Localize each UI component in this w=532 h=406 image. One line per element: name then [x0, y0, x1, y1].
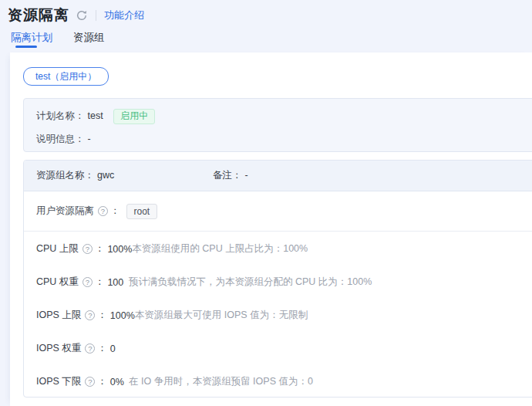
content-card: test（启用中） 计划名称：test 启用中 说明信息：- 资源组名称：gwc… [10, 52, 532, 406]
metric-label: IOPS 权重 [36, 342, 81, 355]
plan-name-row: 计划名称：test 启用中 [36, 108, 532, 123]
group-name-value: gwc [97, 170, 114, 181]
page-title: 资源隔离 [8, 5, 69, 25]
metric-value: 100% [107, 244, 132, 255]
user-isolation-row: 用户资源隔离 ? ： root [24, 191, 532, 232]
refresh-icon[interactable] [76, 9, 88, 22]
colon: ： [97, 375, 107, 388]
metric-label-group: IOPS 上限 ? ： 100% [36, 309, 135, 322]
metric-value: 100% [110, 310, 135, 321]
help-icon[interactable]: ? [98, 206, 108, 216]
metric-row-iops-floor: IOPS 下限 ? ： 0% 在 IO 争用时，本资源组预留 IOPS 值为：0 [24, 365, 532, 398]
metric-desc: 预计满负载情况下，为本资源组分配的 CPU 比为：100% [129, 276, 372, 289]
metric-row-cpu-weight: CPU 权重 ? ： 100 预计满负载情况下，为本资源组分配的 CPU 比为：… [24, 266, 532, 299]
colon: ： [95, 242, 105, 255]
tab-resource-group[interactable]: 资源组 [73, 31, 105, 49]
feature-intro-link[interactable]: 功能介绍 [104, 8, 144, 22]
metric-value: 0 [110, 343, 116, 354]
group-name-label: 资源组名称 [36, 170, 85, 181]
colon: ： [75, 110, 85, 121]
metric-value: 0% [110, 377, 124, 387]
group-header-row: 资源组名称：gwc 备注：- [24, 161, 532, 191]
active-tab-indicator [15, 46, 37, 48]
remark-label: 备注 [213, 170, 232, 181]
colon: ： [232, 170, 242, 181]
metric-label: IOPS 下限 [36, 375, 81, 388]
colon: ： [97, 342, 107, 355]
help-icon[interactable]: ? [85, 377, 95, 387]
metric-label-group: IOPS 权重 ? ： 0 [36, 342, 129, 355]
group-remark: 备注：- [213, 161, 248, 191]
plan-selector-button[interactable]: test（启用中） [23, 67, 109, 86]
plan-desc-row: 说明信息：- [36, 131, 532, 147]
metric-label: CPU 上限 [36, 242, 79, 255]
plan-info-panel: 计划名称：test 启用中 说明信息：- [23, 98, 532, 152]
colon: ： [75, 134, 85, 144]
remark-value: - [245, 170, 248, 181]
metric-label-group: CPU 上限 ? ： 100% [36, 242, 132, 255]
plan-name-label: 计划名称 [36, 110, 75, 121]
metric-label: CPU 权重 [36, 276, 79, 289]
colon: ： [85, 170, 95, 181]
plan-desc-value: - [88, 134, 91, 144]
metric-desc: 在 IO 争用时，本资源组预留 IOPS 值为：0 [129, 375, 313, 388]
help-icon[interactable]: ? [85, 310, 95, 320]
metric-label-group: CPU 权重 ? ： 100 [36, 276, 129, 289]
user-isolation-label: 用户资源隔离 [36, 205, 94, 218]
metric-label-group: IOPS 下限 ? ： 0% [36, 375, 129, 388]
metric-value: 100 [107, 277, 123, 288]
help-icon[interactable]: ? [82, 244, 93, 254]
resource-group-panel: 资源组名称：gwc 备注：- 用户资源隔离 ? ： root CPU 上限 ? … [23, 160, 532, 398]
metric-row-cpu-limit: CPU 上限 ? ： 100% 本资源组使用的 CPU 上限占比为：100% [24, 232, 532, 266]
plan-desc-label: 说明信息 [36, 134, 75, 144]
colon: ： [110, 205, 120, 218]
metric-row-iops-limit: IOPS 上限 ? ： 100% 本资源组最大可使用 IOPS 值为：无限制 [24, 299, 532, 332]
metrics-list: CPU 上限 ? ： 100% 本资源组使用的 CPU 上限占比为：100% C… [24, 232, 532, 398]
metric-desc: 本资源组使用的 CPU 上限占比为：100% [132, 242, 308, 255]
plan-name-value: test [88, 110, 103, 121]
header-divider [96, 10, 96, 21]
metric-desc: 本资源组最大可使用 IOPS 值为：无限制 [135, 309, 308, 322]
metric-row-iops-weight: IOPS 权重 ? ： 0 [24, 332, 532, 365]
status-badge: 启用中 [113, 109, 155, 124]
help-icon[interactable]: ? [82, 277, 93, 287]
colon: ： [95, 276, 105, 289]
help-icon[interactable]: ? [85, 343, 95, 354]
user-tag: root [126, 204, 158, 219]
metric-label: IOPS 上限 [36, 309, 81, 322]
colon: ： [97, 309, 107, 322]
